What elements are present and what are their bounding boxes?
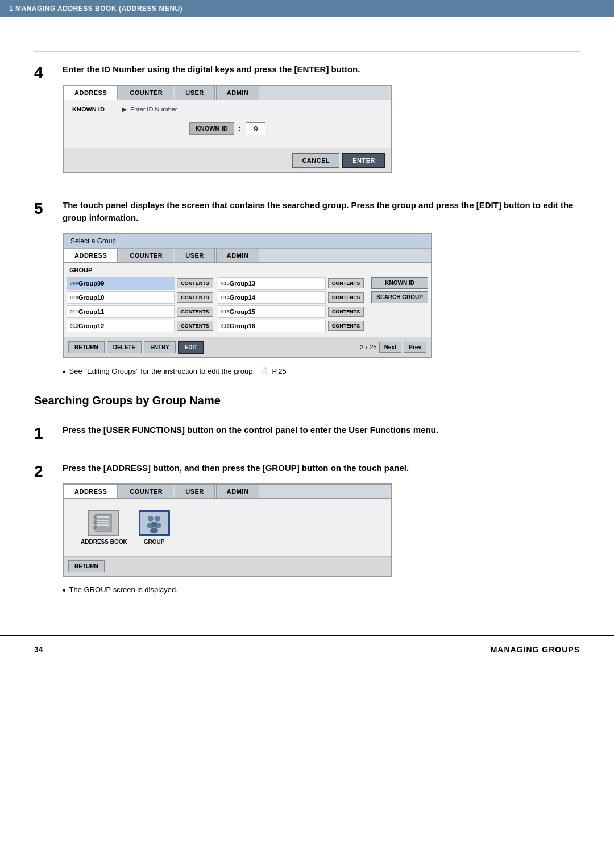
step5-tab-counter[interactable]: COUNTER: [119, 249, 173, 262]
group-name-09[interactable]: 009Group09: [67, 277, 175, 290]
arrow-indicator: ▶: [122, 106, 127, 113]
group-16-label: Group16: [230, 323, 255, 329]
tab-counter[interactable]: COUNTER: [119, 86, 173, 100]
step-search-2: 2 Press the [ADDRESS] button, and then p…: [34, 462, 580, 596]
group-12-label: Group12: [78, 323, 104, 329]
address-book-icon-box: ADDRESS BOOK: [81, 510, 127, 545]
step2-search-note-text: The GROUP screen is displayed.: [69, 585, 178, 594]
page-indicator: 2 / 25 Next Prev: [360, 342, 426, 353]
contents-btn-12[interactable]: CONTENTS: [177, 321, 213, 331]
table-row: 009Group09 CONTENTS: [67, 277, 215, 290]
known-id-area: KNOWN ID : 9: [72, 115, 383, 142]
edit-button[interactable]: EDIT: [178, 341, 205, 354]
page-footer: 34 MANAGING GROUPS: [0, 635, 614, 663]
addr-tab-address[interactable]: ADDRESS: [64, 485, 118, 498]
footer-page: 34: [34, 645, 43, 654]
entry-button[interactable]: ENTRY: [144, 341, 176, 353]
side-buttons-area: KNOWN ID SEARCH GROUP: [371, 277, 428, 334]
svg-rect-2: [97, 520, 109, 521]
step4-panel-body: KNOWN ID ▶ Enter ID Number KNOWN ID : 9: [64, 100, 391, 148]
contents-btn-11[interactable]: CONTENTS: [177, 307, 213, 317]
step5-tab-user[interactable]: USER: [175, 249, 215, 262]
contents-btn-13[interactable]: CONTENTS: [328, 278, 364, 288]
address-book-icon[interactable]: [88, 510, 119, 536]
contents-btn-14[interactable]: CONTENTS: [328, 292, 364, 303]
step5-tab-bar: ADDRESS COUNTER USER ADMIN: [64, 249, 431, 263]
step5-tab-admin[interactable]: ADMIN: [216, 249, 260, 262]
group-name-13[interactable]: 013Group13: [218, 277, 326, 290]
page-sep: /: [366, 344, 367, 350]
step-5-number: 5: [34, 199, 57, 218]
main-content: 4 Enter the ID Number using the digital …: [0, 17, 614, 635]
group-14-label: Group14: [230, 294, 255, 301]
tab-user[interactable]: USER: [175, 86, 215, 100]
known-id-label: KNOWN ID: [72, 106, 118, 113]
group-name-12[interactable]: 012Group12: [67, 320, 175, 332]
next-button[interactable]: Next: [379, 342, 402, 353]
group-name-15[interactable]: 015Group15: [218, 305, 326, 318]
known-id-side-button[interactable]: KNOWN ID: [371, 277, 428, 289]
svg-point-13: [150, 528, 158, 533]
step-search-2-text: Press the [ADDRESS] button, and then pre…: [63, 462, 580, 475]
step-5-content: The touch panel displays the screen that…: [63, 199, 580, 377]
svg-rect-6: [94, 521, 96, 524]
group-10-label: Group10: [78, 294, 104, 301]
group-name-10[interactable]: 010Group10: [67, 291, 175, 304]
top-divider: [34, 51, 580, 52]
contents-btn-15[interactable]: CONTENTS: [328, 307, 364, 317]
group-list-area: 009Group09 CONTENTS 010Group10 CONTENTS: [67, 277, 428, 334]
step-5-text: The touch panel displays the screen that…: [63, 199, 580, 225]
table-row: 016Group16 CONTENTS: [218, 320, 367, 332]
contents-btn-16[interactable]: CONTENTS: [328, 321, 364, 331]
svg-point-8: [148, 516, 154, 522]
addr-tab-counter[interactable]: COUNTER: [119, 485, 173, 498]
tab-address[interactable]: ADDRESS: [64, 86, 118, 100]
table-row: 015Group15 CONTENTS: [218, 305, 367, 318]
table-row: 011Group11 CONTENTS: [67, 305, 215, 318]
address-book-svg: [93, 513, 115, 533]
search-group-button[interactable]: SEARCH GROUP: [371, 291, 428, 303]
addr-return-button[interactable]: RETURN: [68, 560, 105, 572]
step-4-content: Enter the ID Number using the digital ke…: [63, 63, 580, 182]
id-number-display[interactable]: 9: [246, 122, 265, 135]
prev-button[interactable]: Prev: [404, 342, 426, 353]
step-search-1: 1 Press the [USER FUNCTIONS] button on t…: [34, 424, 580, 445]
group-11-label: Group11: [78, 308, 104, 315]
known-id-box: KNOWN ID: [189, 122, 234, 135]
step-4-number: 4: [34, 63, 57, 82]
group-name-14[interactable]: 014Group14: [218, 291, 326, 304]
table-row: 010Group10 CONTENTS: [67, 291, 215, 304]
table-row: 012Group12 CONTENTS: [67, 320, 215, 332]
step-5: 5 The touch panel displays the screen th…: [34, 199, 580, 377]
table-row: 014Group14 CONTENTS: [218, 291, 367, 304]
step-search-1-number: 1: [34, 424, 57, 443]
footer-title: MANAGING GROUPS: [491, 645, 580, 654]
enter-button[interactable]: ENTER: [342, 153, 385, 168]
delete-button[interactable]: DELETE: [107, 341, 142, 353]
step5-tab-address[interactable]: ADDRESS: [64, 249, 118, 262]
step4-panel: ADDRESS COUNTER USER ADMIN KNOWN ID ▶ En…: [63, 85, 392, 173]
group-icon-box: GROUP: [139, 510, 170, 545]
addr-tab-user[interactable]: USER: [175, 485, 215, 498]
step-search-2-content: Press the [ADDRESS] button, and then pre…: [63, 462, 580, 596]
step-search-1-text: Press the [USER FUNCTIONS] button on the…: [63, 424, 580, 437]
group-name-16[interactable]: 016Group16: [218, 320, 326, 332]
return-button[interactable]: RETURN: [68, 341, 105, 353]
enter-id-text: Enter ID Number: [130, 106, 177, 113]
step5-note-text: See "Editing Groups" for the instruction…: [69, 367, 287, 375]
tab-admin[interactable]: ADMIN: [216, 86, 260, 100]
contents-btn-10[interactable]: CONTENTS: [177, 292, 213, 303]
select-group-panel: Select a Group ADDRESS COUNTER USER ADMI…: [63, 233, 432, 358]
group-name-11[interactable]: 011Group11: [67, 305, 175, 318]
group-13-label: Group13: [230, 280, 255, 287]
contents-btn-09[interactable]: CONTENTS: [177, 278, 213, 288]
icon-area: ADDRESS BOOK: [64, 499, 391, 556]
addr-tab-admin[interactable]: ADMIN: [216, 485, 260, 498]
section-title: Searching Groups by Group Name: [34, 394, 580, 412]
step4-knownid-row: KNOWN ID ▶ Enter ID Number: [72, 106, 383, 113]
address-book-label: ADDRESS BOOK: [81, 539, 127, 545]
cancel-button[interactable]: CANCEL: [292, 153, 339, 168]
svg-rect-3: [97, 522, 109, 523]
group-icon[interactable]: [139, 510, 170, 536]
group-col-left: 009Group09 CONTENTS 010Group10 CONTENTS: [67, 277, 215, 334]
